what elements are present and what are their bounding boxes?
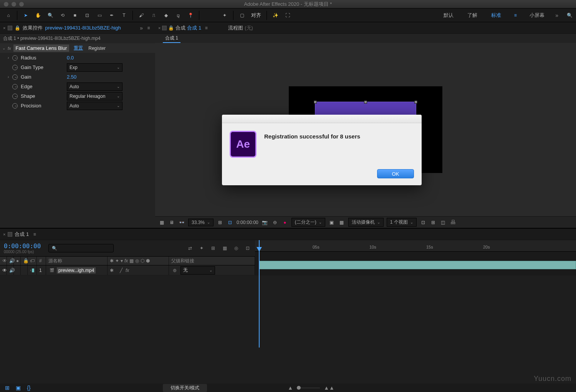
parent-column[interactable]: 父级和链接	[169, 257, 255, 265]
overflow-icon[interactable]: »	[555, 12, 558, 18]
gain-type-select[interactable]: Exp⌄	[67, 63, 122, 72]
tl-icon[interactable]: ⇄	[187, 245, 194, 252]
stopwatch-icon[interactable]	[12, 94, 18, 99]
hand-tool[interactable]: ✋	[33, 10, 43, 21]
timeline-timecode[interactable]: 0:00:00:00	[4, 242, 41, 250]
effects-tab-file[interactable]: preview-199431-8I3Lbz5BZE-high	[45, 25, 121, 31]
tl-icon[interactable]: ⊡	[244, 245, 251, 252]
snapshot-icon[interactable]: 📷	[262, 219, 268, 226]
pen-tool[interactable]: ✒	[106, 10, 117, 21]
mask-icon[interactable]: 👓	[178, 219, 185, 226]
roto-tool[interactable]: ⚼	[173, 10, 184, 21]
link-icon[interactable]: ⊚	[171, 267, 178, 274]
roi-icon[interactable]: ▣	[328, 219, 335, 226]
display-icon[interactable]: 🖥	[168, 219, 175, 226]
close-tab-icon[interactable]: ×	[158, 26, 161, 30]
channel-icon[interactable]: ⊖	[271, 219, 278, 226]
workspace-small-screen[interactable]: 小屏幕	[526, 10, 548, 20]
panel-menu-icon[interactable]: ≡	[145, 25, 152, 31]
snap-toggle[interactable]: ▢	[237, 10, 247, 21]
transform-handle[interactable]	[364, 100, 367, 104]
resolution-select[interactable]: (二分之一)⌄	[291, 218, 325, 227]
menu-icon[interactable]: ≡	[512, 12, 519, 19]
minimize-window-icon[interactable]	[12, 2, 16, 7]
panel-menu-icon[interactable]: ≡	[31, 231, 38, 238]
tl-icon[interactable]: ◎	[233, 245, 240, 252]
lock-icon[interactable]: 🔒	[15, 25, 20, 31]
layer-color-swatch[interactable]	[32, 268, 34, 272]
stopwatch-icon[interactable]	[12, 55, 18, 61]
lock-icon[interactable]: 🔒	[168, 25, 174, 31]
brush-tool[interactable]: 🖌	[136, 10, 147, 21]
flowchart-label[interactable]: 流程图	[228, 25, 243, 31]
fx-icon[interactable]: fx	[8, 46, 11, 51]
tl-icon[interactable]: ▦	[221, 245, 228, 252]
clone-tool[interactable]: ⎍	[148, 10, 159, 21]
search-icon[interactable]: 🔍	[566, 12, 573, 19]
views-select[interactable]: 1 个视图⌄	[387, 218, 417, 227]
selection-tool[interactable]: ➤	[20, 10, 31, 21]
camera-select[interactable]: 活动摄像机⌄	[348, 218, 384, 227]
close-tab-icon[interactable]: ×	[3, 26, 5, 30]
vf-icon[interactable]: ◫	[440, 219, 447, 226]
stopwatch-icon[interactable]	[12, 103, 18, 109]
shape-select[interactable]: Regular Hexagon⌄	[67, 92, 122, 100]
edge-select[interactable]: Auto⌄	[67, 82, 122, 91]
type-tool[interactable]: T	[119, 10, 129, 21]
zoom-select[interactable]: 33.3%⌄	[188, 219, 214, 226]
transparency-icon[interactable]: ▦	[338, 219, 345, 226]
zoom-tool[interactable]: 🔍	[45, 10, 56, 21]
parent-select[interactable]: 无⌄	[180, 266, 215, 275]
procision-select[interactable]: Auto⌄	[67, 102, 122, 110]
viewer-timecode[interactable]: 0:00:00:00	[237, 220, 258, 225]
stopwatch-icon[interactable]	[12, 74, 18, 80]
option-icon[interactable]: ⊞	[217, 219, 223, 226]
solo-icon[interactable]: ●	[16, 257, 19, 264]
color-icon[interactable]: ●	[281, 219, 288, 226]
collapse-icon[interactable]: ⌄	[2, 46, 5, 50]
layer-row[interactable]: 👁 🔊 › 1 🎬 preview...igh.mp4 ✱╱fx ⊚ 无⌄	[0, 265, 255, 275]
close-window-icon[interactable]	[4, 2, 8, 7]
zoom-in-icon[interactable]: ▲▲	[324, 385, 334, 391]
expand-icon[interactable]: ›	[8, 75, 12, 79]
source-name-column[interactable]: 源名称	[46, 257, 108, 265]
effect-register-button[interactable]: Register	[88, 46, 106, 51]
status-icon[interactable]: ▣	[15, 384, 22, 391]
shape-tool[interactable]: ▭	[94, 10, 105, 21]
workspace-default[interactable]: 默认	[440, 10, 457, 20]
eraser-tool[interactable]: ◆	[161, 10, 171, 21]
tl-icon[interactable]: ✦	[198, 245, 205, 252]
grid-icon[interactable]: ▦	[158, 219, 165, 226]
home-button[interactable]: ⌂	[3, 10, 14, 21]
status-icon[interactable]: ⊞	[4, 384, 11, 391]
timeline-search[interactable]: 🔍	[48, 244, 114, 252]
vf-icon[interactable]: ⊡	[420, 219, 427, 226]
prop-value[interactable]: 2.50	[67, 74, 76, 80]
maximize-window-icon[interactable]	[19, 2, 24, 7]
safe-icon[interactable]: ⊡	[227, 219, 233, 226]
timeline-tab[interactable]: 合成 1	[15, 231, 29, 238]
viewer-subtab-active[interactable]: 合成 1	[163, 34, 180, 43]
dialog-titlebar[interactable]	[222, 115, 422, 123]
stopwatch-icon[interactable]	[12, 84, 18, 89]
tl-icon[interactable]: ⊞	[210, 245, 217, 252]
expand-icon[interactable]: ›	[8, 56, 12, 60]
zoom-slider-handle[interactable]	[297, 386, 301, 390]
status-icon[interactable]: {}	[25, 384, 32, 391]
toggle-switches-button[interactable]: 切换开关/模式	[163, 384, 207, 392]
zoom-out-icon[interactable]: ▲	[288, 385, 293, 391]
panel-menu-icon[interactable]: ≡	[203, 25, 210, 31]
layer-name[interactable]: preview...igh.mp4	[57, 267, 96, 273]
viewer-tab-name[interactable]: 合成 1	[187, 25, 201, 31]
vf-icon[interactable]: ⊞	[430, 219, 437, 226]
transform-handle[interactable]	[414, 100, 417, 104]
panel-overflow-icon[interactable]: »	[140, 25, 143, 31]
eye-icon[interactable]: 👁	[2, 267, 7, 274]
layer-clip[interactable]	[259, 261, 576, 269]
tool-extra-2[interactable]: ⛶	[282, 10, 293, 21]
transform-handle[interactable]	[314, 100, 317, 104]
pan-behind-tool[interactable]: ⊡	[82, 10, 93, 21]
workspace-learn[interactable]: 了解	[464, 10, 480, 20]
prop-value[interactable]: 0.0	[67, 55, 74, 61]
stopwatch-icon[interactable]	[12, 65, 18, 70]
